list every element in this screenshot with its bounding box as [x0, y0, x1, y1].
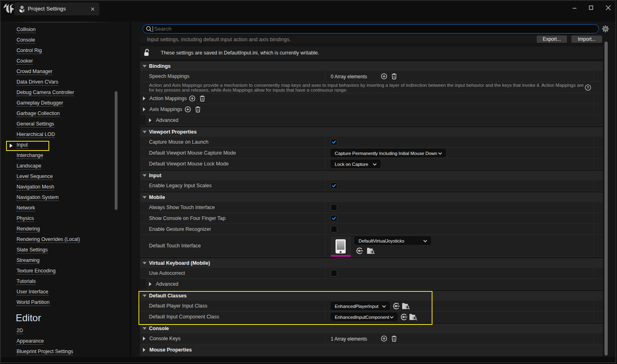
svg-text:?: ?	[587, 85, 589, 90]
